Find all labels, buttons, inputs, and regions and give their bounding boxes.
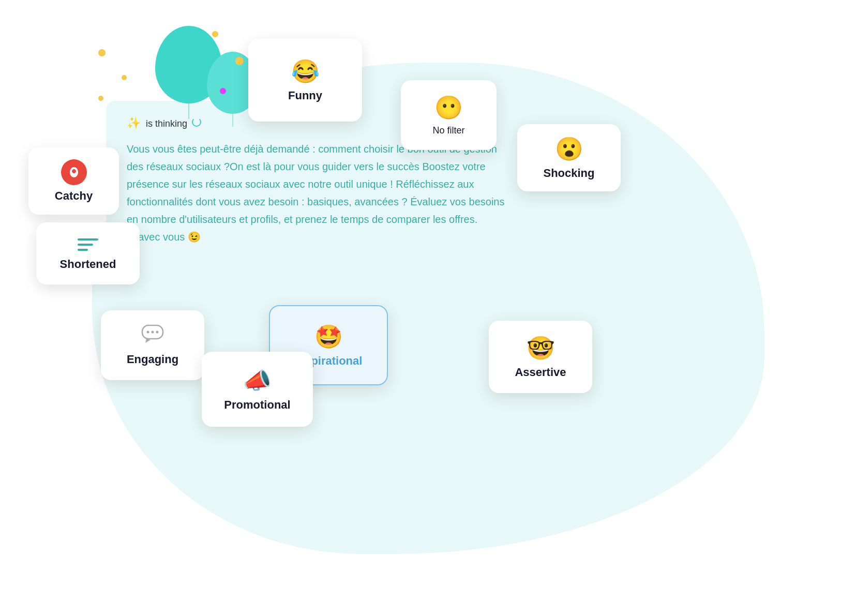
svg-rect-1 <box>78 244 93 246</box>
assertive-label: Assertive <box>515 366 566 379</box>
promotional-label: Promotional <box>224 398 290 412</box>
shortened-icon <box>78 236 98 254</box>
spinner <box>192 117 201 127</box>
shocking-label: Shocking <box>543 167 594 180</box>
funny-emoji: 😂 <box>291 58 320 85</box>
svg-rect-0 <box>78 238 98 241</box>
main-content: Vous vous êtes peut-être déjà demandé : … <box>127 140 515 246</box>
card-shocking[interactable]: 😮 Shocking <box>517 124 621 191</box>
confetti-dot-5 <box>98 96 103 101</box>
content-body: Vous vous êtes peut-être déjà demandé : … <box>127 143 504 225</box>
shortened-label: Shortened <box>60 258 116 271</box>
confetti-dot-3 <box>220 88 226 94</box>
assertive-emoji: 🤓 <box>527 335 555 362</box>
thinking-label: is thinking <box>146 118 187 129</box>
svg-rect-2 <box>78 249 88 251</box>
catchy-icon <box>61 159 87 185</box>
engaging-svg <box>141 324 164 344</box>
confetti-dot-6 <box>235 57 244 65</box>
engaging-label: Engaging <box>127 353 178 366</box>
scene: ✨ is thinking Vous vous êtes peut-être d… <box>0 0 856 616</box>
card-funny[interactable]: 😂 Funny <box>248 39 362 122</box>
nofilter-label: No filter <box>432 125 464 136</box>
shocking-emoji: 😮 <box>555 136 583 162</box>
svg-point-4 <box>147 331 149 334</box>
confetti-dot-1 <box>98 49 106 56</box>
catchy-svg <box>67 165 81 179</box>
promotional-emoji: 📣 <box>243 367 272 394</box>
confetti-dot-4 <box>212 31 218 37</box>
card-nofilter[interactable]: 😶 No filter <box>401 80 497 150</box>
svg-point-5 <box>152 331 154 334</box>
svg-point-6 <box>156 331 159 334</box>
card-catchy[interactable]: Catchy <box>28 147 119 215</box>
nofilter-emoji: 😶 <box>434 94 463 121</box>
inspirational-emoji: 🤩 <box>314 323 343 350</box>
funny-label: Funny <box>288 89 322 102</box>
thinking-text: is thinking <box>146 117 201 129</box>
wand-icon: ✨ <box>127 116 141 130</box>
confetti-dot-2 <box>122 75 127 80</box>
shortened-svg <box>78 236 98 251</box>
card-assertive[interactable]: 🤓 Assertive <box>489 321 592 393</box>
engaging-icon <box>141 324 164 349</box>
card-promotional[interactable]: 📣 Promotional <box>202 352 313 427</box>
card-engaging[interactable]: Engaging <box>101 310 204 380</box>
card-shortened[interactable]: Shortened <box>36 222 140 284</box>
catchy-label: Catchy <box>55 189 93 203</box>
